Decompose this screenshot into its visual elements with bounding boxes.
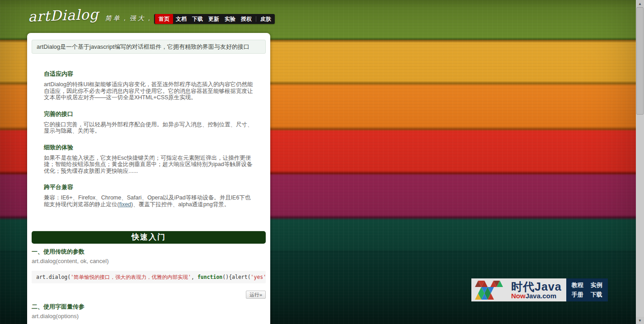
- scroll-up-arrow-icon[interactable]: ▲: [636, 0, 644, 7]
- feature-api: 完善的接口 它的接口完善，可以轻易与外部程序配合使用。如异步写入消息、控制位置、…: [44, 111, 254, 134]
- feature-body: artDialog的特殊UI框架能够适应内容变化，甚至连外部程序动态插入的内容它…: [44, 81, 254, 101]
- code-token: ,: [191, 274, 197, 280]
- watermark-link-examples[interactable]: 实例: [591, 281, 602, 289]
- feature-title: 自适应内容: [44, 70, 254, 77]
- section2-heading: 二、使用字面量传参: [32, 303, 266, 310]
- intro-box: artDialog是一个基于javascript编写的对话框组件，它拥有精致的界…: [32, 40, 266, 54]
- feature-adaptive: 自适应内容 artDialog的特殊UI框架能够适应内容变化，甚至连外部程序动态…: [44, 70, 254, 101]
- feature-compat: 跨平台兼容 兼容：IE6+、Firefox、Chrome、Safari、Oper…: [44, 184, 254, 208]
- fixed-link[interactable]: fixed: [119, 201, 131, 208]
- feature-title: 细致的体验: [44, 144, 254, 151]
- section1-heading: 一、使用传统的参数: [32, 248, 266, 255]
- watermark-links-panel: 教程 实例 手册 下载: [566, 278, 608, 301]
- nav-item-skins[interactable]: 皮肤: [258, 14, 274, 24]
- quickstart-section: 一、使用传统的参数 art.dialog(content, ok, cancel…: [27, 248, 270, 324]
- feature-title: 跨平台兼容: [44, 184, 254, 190]
- scrollbar-thumb[interactable]: [636, 7, 644, 115]
- watermark-brand: 时代Java: [511, 281, 562, 292]
- feature-body: 兼容：IE6+、Firefox、Chrome、Safari、Opera以及iPa…: [44, 194, 254, 208]
- feature-list: 自适应内容 artDialog的特殊UI框架能够适应内容变化，甚至连外部程序动态…: [27, 70, 270, 208]
- watermark-brand-panel: 时代Java NowJava.com: [471, 278, 566, 301]
- domain-prefix: Now: [511, 292, 526, 300]
- code-token-string: 'yes': [251, 274, 266, 280]
- watermark-domain: NowJava.com: [511, 292, 562, 300]
- main-nav: 首页 文档 下载 更新 实验 授权 皮肤: [154, 14, 275, 24]
- domain-suffix: Java.com: [526, 292, 556, 300]
- watermark-text: 时代Java NowJava.com: [511, 281, 562, 300]
- feature-body: 它的接口完善，可以轻易与外部程序配合使用。如异步写入消息、控制位置、尺寸、显示与…: [44, 121, 254, 134]
- site-logo: artDialog 简单，强大，优雅: [28, 6, 170, 24]
- feature-experience: 细致的体验 如果不是在输入状态，它支持Esc快捷键关闭；可指定在元素附近弹出，让…: [44, 144, 254, 175]
- nav-item-docs[interactable]: 文档: [173, 14, 189, 24]
- nav-item-download[interactable]: 下载: [189, 14, 206, 24]
- code-token: art.dialog(: [36, 274, 71, 280]
- code-block-1: art.dialog('简单愉悦的接口，强大的表现力，优雅的内部实现', fun…: [32, 271, 266, 283]
- nowjava-logo-icon: [475, 281, 508, 300]
- page-scrollbar[interactable]: ▲ ▼: [636, 0, 644, 324]
- compat-text-after: )、覆盖下拉控件、alpha通道png背景。: [131, 201, 230, 208]
- run-row: 运行»: [32, 290, 266, 299]
- nav-divider: [256, 16, 256, 22]
- watermark-link-tutorials[interactable]: 教程: [572, 281, 583, 289]
- watermark-link-manual[interactable]: 手册: [572, 291, 583, 299]
- code-token-keyword: function: [197, 274, 222, 280]
- content-panel: artDialog是一个基于javascript编写的对话框组件，它拥有精致的界…: [27, 33, 270, 324]
- nav-item-license[interactable]: 授权: [238, 14, 254, 24]
- section1-signature: art.dialog(content, ok, cancel): [32, 258, 266, 264]
- nav-item-home[interactable]: 首页: [155, 14, 173, 24]
- code-token: (){alert(: [222, 274, 250, 280]
- run-button[interactable]: 运行»: [246, 291, 266, 299]
- nav-item-changelog[interactable]: 更新: [206, 14, 222, 24]
- nowjava-watermark: 时代Java NowJava.com 教程 实例 手册 下载: [471, 278, 608, 301]
- quickstart-banner: 快速入门: [32, 231, 266, 244]
- logo-wordmark: artDialog: [28, 5, 99, 25]
- watermark-link-downloads[interactable]: 下载: [591, 291, 602, 299]
- code-token-string: '简单愉悦的接口，强大的表现力，优雅的内部实现': [71, 274, 191, 280]
- section2-signature: art.dialog(options): [32, 313, 266, 319]
- feature-title: 完善的接口: [44, 111, 254, 117]
- feature-body: 如果不是在输入状态，它支持Esc快捷键关闭；可指定在元素附近弹出，让操作更便捷；…: [44, 155, 254, 175]
- nav-item-lab[interactable]: 实验: [222, 14, 238, 24]
- scroll-down-arrow-icon[interactable]: ▼: [636, 317, 644, 324]
